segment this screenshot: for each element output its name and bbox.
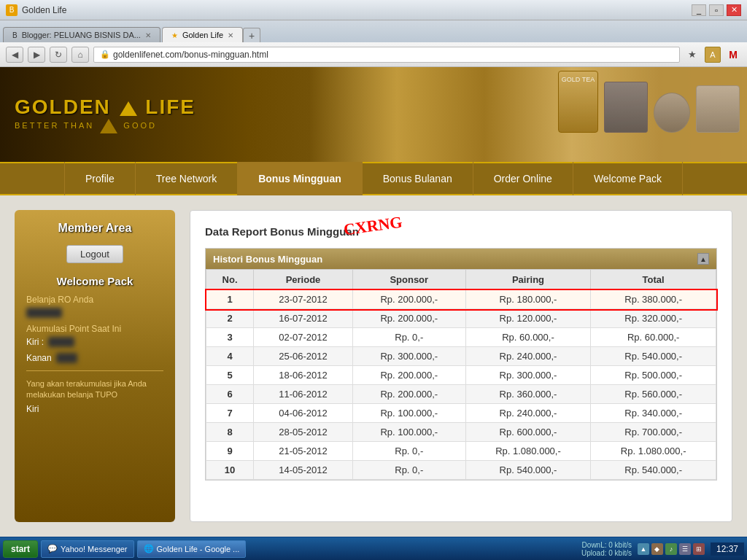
chrome-icon: 🌐 (144, 544, 154, 553)
nav-bonus-bulanan[interactable]: Bonus Bulanan (363, 162, 473, 195)
start-button[interactable]: start (3, 540, 38, 558)
tray-icon-3: ♪ (665, 543, 677, 555)
close-btn[interactable]: ✕ (727, 4, 741, 16)
header-image: GOLD TEA (309, 67, 747, 162)
scroll-up-btn[interactable]: ▲ (697, 253, 709, 265)
table-cell: Rp. 200.000,- (352, 366, 465, 385)
nav-welcome-pack[interactable]: Welcome Pack (573, 162, 683, 195)
table-cell: 9 (206, 442, 254, 461)
title-text: Golden Life (22, 5, 66, 15)
col-total: Total (591, 270, 716, 290)
table-cell: 1 (206, 290, 254, 309)
report-title: Data Report Bonus Mingguan (205, 225, 717, 238)
table-cell: Rp. 0,- (352, 328, 465, 347)
nav-order-online[interactable]: Order Online (473, 162, 573, 195)
table-cell: Rp. 120.000,- (465, 309, 591, 328)
table-row: 302-07-2012Rp. 0,-Rp. 60.000,-Rp. 60.000… (206, 328, 716, 347)
taskbar: start 💬 Yahoo! Messenger 🌐 Golden Life -… (0, 537, 747, 560)
product-tea-icon: GOLD TEA (558, 71, 598, 133)
tab-golden-life[interactable]: ★ Golden Life ✕ (162, 27, 243, 42)
col-pairing: Pairing (465, 270, 591, 290)
belanja-blurred: ■■■■■ (26, 308, 62, 318)
table-cell: Rp. 320.000,- (591, 309, 716, 328)
main-area: Member Area Logout Welcome Pack Belanja … (0, 195, 747, 537)
kanan-value: Kanan ■■ (26, 353, 163, 363)
sidebar: Member Area Logout Welcome Pack Belanja … (15, 210, 175, 522)
table-cell: Rp. 700.000,- (591, 423, 716, 442)
table-cell: Rp. 540.000,- (465, 461, 591, 480)
nav-profile[interactable]: Profile (64, 162, 136, 195)
kiri-blurred: ■■■ (48, 337, 74, 347)
address-bar[interactable]: 🔒 goldenlifenet.com/bonus-mingguan.html (93, 47, 680, 63)
kanan-blurred: ■■ (56, 353, 77, 363)
logo-tagline: BETTER THAN GOOD (15, 119, 196, 133)
table-cell: 04-06-2012 (254, 404, 353, 423)
home-btn[interactable]: ⌂ (71, 47, 89, 63)
table-header: Histori Bonus Mingguan ▲ (206, 249, 716, 269)
minimize-btn[interactable]: _ (692, 4, 706, 16)
taskbar-golden-life[interactable]: 🌐 Golden Life - Google ... (137, 540, 247, 558)
sidebar-welcome-pack-title: Welcome Pack (26, 275, 163, 287)
yahoo-icon: 💬 (47, 544, 58, 553)
table-row: 611-06-2012Rp. 200.000,-Rp. 360.000,-Rp.… (206, 385, 716, 404)
table-header-label: Histori Bonus Mingguan (213, 254, 322, 265)
table-cell: Rp. 60.000,- (465, 328, 591, 347)
tab-blogger[interactable]: B Blogger: PELUANG BISNIS DA... ✕ (3, 27, 160, 42)
new-tab-btn[interactable]: + (243, 28, 260, 42)
table-cell: Rp. 200.000,- (352, 290, 465, 309)
tray-icon-5: ⊞ (693, 543, 705, 555)
sidebar-title: Member Area (26, 222, 163, 235)
bookmark-icon[interactable]: ★ (684, 47, 700, 63)
table-cell: 8 (206, 423, 254, 442)
table-cell: 16-07-2012 (254, 309, 353, 328)
table-cell: 21-05-2012 (254, 442, 353, 461)
product-box2-icon (604, 82, 648, 133)
table-cell: Rp. 200.000,- (352, 385, 465, 404)
title-bar: B Golden Life _ ▫ ✕ (0, 0, 747, 20)
table-row: 1014-05-2012Rp. 0,-Rp. 540.000,-Rp. 540.… (206, 461, 716, 480)
back-btn[interactable]: ◀ (6, 47, 23, 63)
table-cell: Rp. 560.000,- (591, 385, 716, 404)
sidebar-note: Yang akan terakumulasi jika Anda melakuk… (26, 378, 163, 401)
taskbar-yahoo[interactable]: 💬 Yahoo! Messenger (41, 540, 134, 558)
page-content: GOLDEN LIFE BETTER THAN GOOD GOLD TEA Pr… (0, 67, 747, 537)
col-no: No. (206, 270, 254, 290)
taskbar-clock: 12:37 (711, 542, 744, 556)
net-stats: DownL: 0 kbit/s Upload: 0 kbit/s (581, 541, 632, 557)
table-cell: 14-05-2012 (254, 461, 353, 480)
nav-tree-network[interactable]: Tree Network (136, 162, 239, 195)
table-cell: Rp. 300.000,- (465, 366, 591, 385)
table-cell: 25-06-2012 (254, 347, 353, 366)
product-round-icon (654, 93, 690, 133)
gmail-icon[interactable]: M (725, 47, 741, 63)
table-cell: Rp. 240.000,- (465, 404, 591, 423)
nav-bonus-mingguan[interactable]: Bonus Mingguan (238, 162, 363, 195)
table-cell: Rp. 100.000,- (352, 423, 465, 442)
forward-btn[interactable]: ▶ (28, 47, 45, 63)
table-row: 425-06-2012Rp. 300.000,-Rp. 240.000,-Rp.… (206, 347, 716, 366)
table-cell: 23-07-2012 (254, 290, 353, 309)
taskbar-right: DownL: 0 kbit/s Upload: 0 kbit/s ▲ ◆ ♪ ☰… (581, 541, 744, 557)
translate-icon[interactable]: A (705, 47, 721, 63)
table-cell: 10 (206, 461, 254, 480)
tray-icon-4: ☰ (679, 543, 691, 555)
reload-btn[interactable]: ↻ (50, 47, 67, 63)
close-tab-blogger-icon[interactable]: ✕ (145, 31, 151, 39)
table-cell: Rp. 300.000,- (352, 347, 465, 366)
col-sponsor: Sponsor (352, 270, 465, 290)
table-cell: 2 (206, 309, 254, 328)
product-box3-icon (696, 85, 740, 133)
table-header-row: No. Periode Sponsor Pairing Total (206, 270, 716, 290)
nav-menu: Profile Tree Network Bonus Mingguan Bonu… (0, 162, 747, 195)
table-cell: 7 (206, 404, 254, 423)
table-cell: Rp. 0,- (352, 461, 465, 480)
logout-button[interactable]: Logout (66, 245, 123, 263)
system-tray: ▲ ◆ ♪ ☰ ⊞ (638, 543, 705, 555)
table-cell: Rp. 0,- (352, 442, 465, 461)
restore-btn[interactable]: ▫ (709, 4, 724, 16)
table-cell: Rp. 180.000,- (465, 290, 591, 309)
close-tab-golden-icon[interactable]: ✕ (228, 31, 233, 39)
table-cell: 5 (206, 366, 254, 385)
table-cell: 18-06-2012 (254, 366, 353, 385)
table-row: 123-07-2012Rp. 200.000,-Rp. 180.000,-Rp.… (206, 290, 716, 309)
